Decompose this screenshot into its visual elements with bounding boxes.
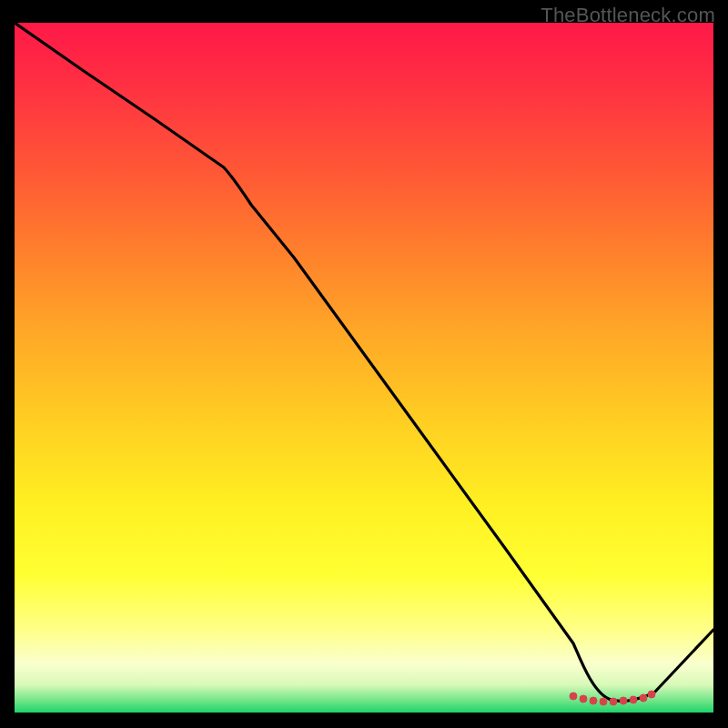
svg-point-0 (570, 693, 577, 700)
svg-point-8 (648, 691, 655, 698)
trough-markers (570, 691, 655, 705)
curve-path (15, 23, 713, 701)
svg-point-7 (640, 694, 647, 702)
svg-point-1 (580, 695, 587, 703)
plot-area (15, 23, 713, 713)
svg-point-6 (630, 696, 637, 703)
line-series (15, 23, 713, 713)
svg-point-2 (590, 697, 597, 704)
svg-point-5 (620, 697, 627, 704)
svg-point-3 (600, 698, 607, 705)
chart-root: TheBottleneck.com (0, 0, 728, 728)
svg-point-4 (610, 698, 617, 705)
